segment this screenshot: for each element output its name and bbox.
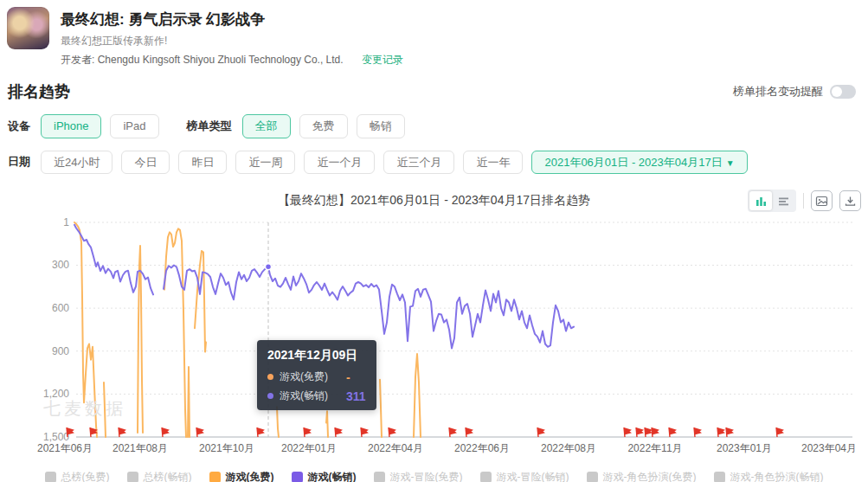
- tooltip-value-grossing: 311: [346, 389, 366, 403]
- device-option-button[interactable]: iPhone: [41, 114, 101, 138]
- y-axis-tick: 1,200: [43, 389, 69, 401]
- legend-swatch: [480, 472, 492, 482]
- rank-alert-toggle[interactable]: [830, 85, 856, 99]
- event-flag-icon[interactable]: [537, 427, 545, 437]
- rank-alert-label: 榜单排名变动提醒: [733, 84, 823, 100]
- app-header: 最终幻想: 勇气启示录 幻影战争 最终幻想正版传承新作! 开发者: Chengd…: [0, 0, 868, 67]
- x-axis-tick: 2022年08月: [541, 442, 596, 454]
- app-icon: [7, 7, 49, 49]
- legend-label: 游戏-角色扮演(免费): [603, 470, 697, 482]
- x-axis-tick: 2022年06月: [454, 442, 510, 454]
- page-title: 排名趋势: [8, 81, 70, 102]
- toggle-knob: [832, 87, 842, 97]
- series-grossing: [74, 225, 574, 349]
- list-type-option-button[interactable]: 免费: [299, 114, 348, 138]
- event-flag-icon[interactable]: [694, 427, 702, 437]
- date-option-button[interactable]: 近24小时: [41, 151, 113, 175]
- export-image-button[interactable]: [811, 190, 833, 211]
- tooltip-label-grossing: 游戏(畅销): [280, 389, 328, 403]
- event-flag-icon[interactable]: [636, 427, 644, 437]
- orange-dot-icon: [267, 374, 273, 380]
- hover-point: [266, 264, 272, 270]
- event-flag-icon[interactable]: [67, 427, 74, 437]
- date-option-button[interactable]: 近一个月: [304, 151, 375, 175]
- event-flag-icon[interactable]: [304, 427, 312, 437]
- event-flag-icon[interactable]: [652, 427, 659, 437]
- change-log-link[interactable]: 变更记录: [362, 54, 403, 66]
- chart-legend: 总榜(免费)总榜(畅销)游戏(免费)游戏(畅销)游戏-冒险(免费)游戏-冒险(畅…: [0, 470, 868, 482]
- app-developer: 开发者: Chengdu Kingsoft Shiyou Zhuoli Tech…: [61, 53, 403, 67]
- event-flag-icon[interactable]: [726, 427, 734, 437]
- legend-label: 游戏-角色扮演(畅销): [730, 470, 824, 482]
- tooltip-date: 2021年12月09日: [267, 348, 366, 363]
- event-flag-icon[interactable]: [449, 427, 457, 437]
- event-flag-icon[interactable]: [196, 427, 204, 437]
- x-axis-tick: 2021年08月: [113, 442, 168, 454]
- date-range-button[interactable]: 2021年06月01日 - 2023年04月17日▼: [531, 151, 747, 175]
- x-axis-tick: 2021年06月: [37, 442, 93, 454]
- x-axis-tick: 2022年04月: [368, 442, 423, 454]
- chart-title: 【最终幻想】2021年06月01日 - 2023年04月17日排名趋势: [0, 193, 868, 209]
- date-options-group: 近24小时今日昨日近一周近一个月近三个月近一年: [41, 151, 531, 175]
- table-view-button[interactable]: [772, 191, 794, 210]
- device-option-button[interactable]: iPad: [110, 114, 158, 138]
- list-type-option-button[interactable]: 全部: [242, 114, 291, 138]
- chart-toolbar: [748, 190, 861, 212]
- event-flag-icon[interactable]: [717, 427, 725, 437]
- toolbar-divider: [803, 193, 804, 209]
- event-flag-icon[interactable]: [669, 427, 677, 437]
- legend-swatch: [45, 472, 56, 482]
- date-option-button[interactable]: 近一年: [463, 151, 523, 175]
- legend-item[interactable]: 游戏-冒险(免费): [374, 470, 463, 482]
- event-flag-icon[interactable]: [389, 427, 396, 437]
- list-type-option-button[interactable]: 畅销: [357, 114, 405, 138]
- event-flag-icon[interactable]: [776, 427, 784, 437]
- chart-tooltip: 2021年12月09日 游戏(免费) - 游戏(畅销) 311: [257, 340, 376, 410]
- legend-item[interactable]: 游戏(畅销): [292, 470, 357, 482]
- rank-trend-card: 【最终幻想】2021年06月01日 - 2023年04月17日排名趋势: [0, 190, 868, 482]
- legend-item[interactable]: 游戏-角色扮演(免费): [587, 470, 697, 482]
- legend-item[interactable]: 游戏(免费): [209, 470, 274, 482]
- list-icon: [777, 195, 790, 208]
- event-flag-icon[interactable]: [466, 427, 473, 437]
- legend-label: 游戏-冒险(免费): [390, 470, 463, 482]
- bar-chart-icon: [755, 195, 768, 208]
- y-axis-tick: 600: [52, 302, 69, 314]
- tooltip-row-free: 游戏(免费) -: [267, 370, 366, 384]
- event-flag-icon[interactable]: [162, 427, 170, 437]
- event-flag-icon[interactable]: [257, 427, 265, 437]
- date-option-button[interactable]: 近三个月: [383, 151, 454, 175]
- date-option-button[interactable]: 近一周: [235, 151, 295, 175]
- event-flag-icon[interactable]: [335, 427, 343, 437]
- x-axis-tick: 2022年11月: [627, 442, 682, 454]
- legend-item[interactable]: 游戏-冒险(畅销): [480, 470, 569, 482]
- bar-chart-view-button[interactable]: [749, 191, 772, 210]
- legend-swatch: [374, 472, 385, 482]
- tooltip-label-free: 游戏(免费): [280, 370, 328, 384]
- x-axis-tick: 2021年10月: [199, 442, 254, 454]
- legend-swatch: [587, 472, 598, 482]
- date-option-button[interactable]: 今日: [121, 151, 170, 175]
- tooltip-value-free: -: [346, 370, 350, 384]
- chart-view-toggle: [748, 190, 796, 212]
- legend-swatch: [292, 472, 303, 482]
- legend-swatch: [127, 472, 138, 482]
- x-axis-tick: 2023年01月: [717, 442, 772, 454]
- x-axis-tick: 2023年04月: [801, 442, 857, 454]
- purple-dot-icon: [267, 393, 273, 399]
- legend-item[interactable]: 游戏-角色扮演(畅销): [714, 470, 824, 482]
- x-axis-tick: 2022年01月: [281, 442, 337, 454]
- image-icon: [815, 195, 828, 208]
- legend-item[interactable]: 总榜(免费): [45, 470, 110, 482]
- rank-trend-chart[interactable]: 13006009001,2001,5002021年06月2021年08月2021…: [26, 214, 868, 465]
- y-axis-tick: 1,500: [43, 431, 69, 443]
- event-flag-icon[interactable]: [119, 427, 126, 437]
- y-axis-tick: 900: [52, 345, 69, 357]
- legend-swatch: [209, 472, 221, 482]
- download-data-button[interactable]: [839, 190, 861, 211]
- list-type-filter-label: 榜单类型: [187, 119, 232, 134]
- event-flag-icon[interactable]: [361, 427, 369, 437]
- date-option-button[interactable]: 昨日: [178, 151, 227, 175]
- legend-item[interactable]: 总榜(畅销): [127, 470, 192, 482]
- event-flag-icon[interactable]: [624, 427, 632, 437]
